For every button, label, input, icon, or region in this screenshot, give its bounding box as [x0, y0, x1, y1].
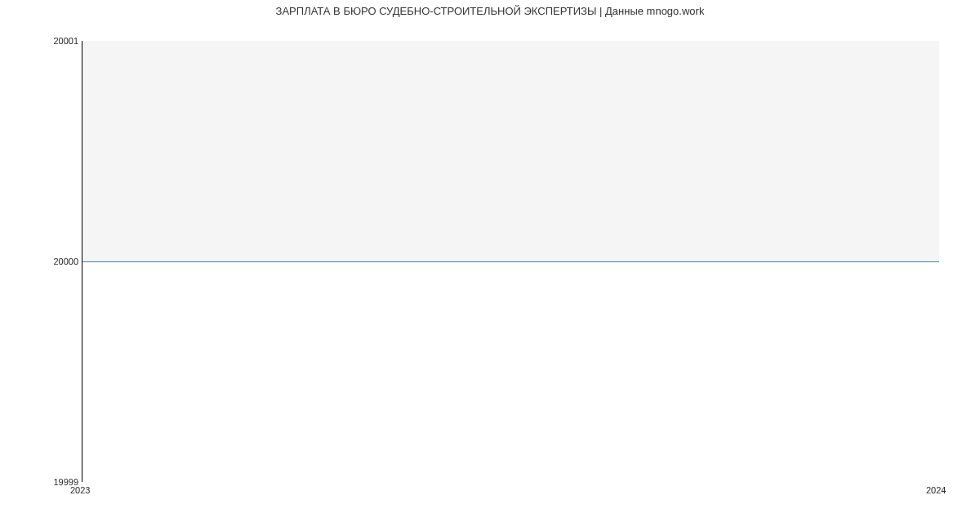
- plot-lower-half: [82, 261, 939, 482]
- chart-title: ЗАРПЛАТА В БЮРО СУДЕБНО-СТРОИТЕЛЬНОЙ ЭКС…: [0, 5, 980, 17]
- ytick-20000: 20000: [53, 257, 78, 266]
- salary-chart: ЗАРПЛАТА В БЮРО СУДЕБНО-СТРОИТЕЛЬНОЙ ЭКС…: [0, 0, 980, 531]
- plot-area: [82, 41, 939, 482]
- xtick-2023: 2023: [70, 485, 90, 495]
- ytick-20001: 20001: [53, 36, 78, 46]
- series-line: [82, 261, 939, 262]
- xtick-2024: 2024: [926, 485, 946, 495]
